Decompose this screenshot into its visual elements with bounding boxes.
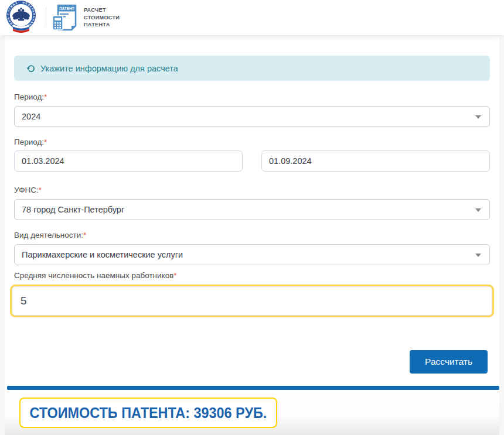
- patent-cost-result-text: СТОИМОСТЬ ПАТЕНТА: 39306 РУБ.: [30, 404, 267, 422]
- ufns-select[interactable]: 78 город Санкт-Петербург: [14, 199, 490, 220]
- header-divider: [46, 8, 46, 28]
- activity-select-value: Парикмахерские и косметические услуги: [22, 250, 183, 259]
- info-banner-text: Укажите информацию для расчета: [40, 64, 178, 73]
- year-label: Период:*: [14, 91, 490, 103]
- chevron-down-icon: [475, 115, 481, 119]
- chevron-down-icon: [475, 254, 481, 257]
- required-marker: *: [39, 186, 42, 194]
- fns-emblem-logo: ФЕДЕРАЛЬНАЯ НАЛОГОВАЯ СЛУЖБА: [5, 0, 38, 33]
- required-marker: *: [44, 138, 47, 146]
- field-activity: Вид деятельности:* Парикмахерские и косм…: [14, 230, 490, 265]
- date-to-input[interactable]: [261, 150, 490, 172]
- main-content: Укажите информацию для расчета Период:* …: [5, 35, 499, 435]
- required-marker: *: [83, 231, 86, 239]
- patent-calculator-icon: ПАТЕНТ: [52, 4, 78, 31]
- result-body: СТОИМОСТЬ ПАТЕНТА: 39306 РУБ.: [5, 390, 499, 435]
- calculator-glyph: [53, 16, 63, 30]
- year-select-value: 2024: [22, 112, 40, 121]
- chevron-down-icon: [475, 208, 481, 212]
- ufns-label: УФНС:*: [14, 184, 490, 196]
- employees-label: Средняя численность наемных работников*: [14, 270, 490, 282]
- service-title: РАСЧЕТ СТОИМОСТИ ПАТЕНТА: [84, 6, 120, 28]
- field-employees: Средняя численность наемных работников*: [14, 270, 490, 316]
- activity-select[interactable]: Парикмахерские и косметические услуги: [14, 244, 490, 265]
- info-banner: Укажите информацию для расчета: [14, 56, 490, 81]
- field-ufns: УФНС:* 78 город Санкт-Петербург: [14, 184, 490, 220]
- ufns-select-value: 78 город Санкт-Петербург: [22, 205, 124, 214]
- period-label: Период:*: [14, 136, 490, 148]
- result-divider-bar: [7, 386, 499, 390]
- result-panel: СТОИМОСТЬ ПАТЕНТА: 39306 РУБ.: [5, 386, 499, 435]
- date-from-input[interactable]: [14, 150, 243, 172]
- employees-count-input[interactable]: [12, 286, 492, 316]
- field-year: Период:* 2024: [14, 91, 490, 127]
- patent-badge-label: ПАТЕНТ: [59, 6, 74, 11]
- required-marker: *: [173, 271, 176, 280]
- activity-label: Вид деятельности:*: [14, 230, 490, 241]
- calculate-button[interactable]: Рассчитать: [410, 350, 488, 374]
- year-select[interactable]: 2024: [14, 106, 490, 127]
- patent-cost-result-box: СТОИМОСТЬ ПАТЕНТА: 39306 РУБ.: [19, 398, 277, 428]
- refresh-icon: [26, 63, 36, 73]
- required-marker: *: [44, 93, 47, 101]
- site-header: ФЕДЕРАЛЬНАЯ НАЛОГОВАЯ СЛУЖБА: [0, 0, 504, 35]
- field-period: Период:*: [14, 136, 490, 172]
